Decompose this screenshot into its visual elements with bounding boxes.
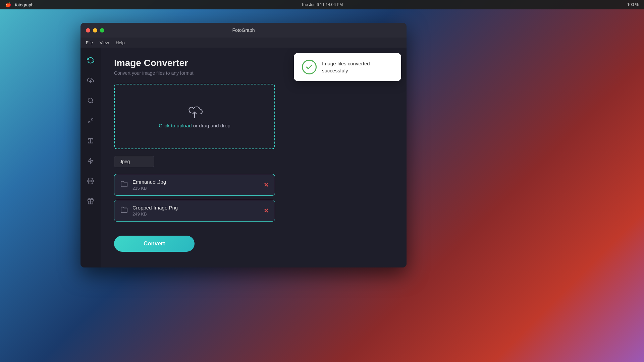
app-body: Image files converted successfuly Image …	[80, 48, 407, 267]
app-window: FotoGraph File View Help	[80, 23, 407, 267]
battery-status: 100 %	[627, 2, 639, 7]
sidebar-item-upload[interactable]	[85, 74, 97, 86]
apple-logo: 🍎	[5, 2, 11, 7]
sidebar-item-search[interactable]	[85, 95, 97, 107]
app-name-menu: fotograph	[15, 2, 34, 7]
file-name-1: Emmanuel.Jpg	[132, 179, 259, 185]
minimize-button[interactable]	[93, 28, 97, 33]
file-size-2: 249 KB	[132, 212, 259, 217]
format-selector: Jpeg PNG WebP GIF BMP TIFF	[114, 156, 393, 167]
svg-marker-6	[88, 158, 93, 164]
file-remove-2[interactable]: ✕	[264, 208, 269, 214]
format-select-input[interactable]: Jpeg PNG WebP GIF BMP TIFF	[114, 156, 154, 167]
file-info-1: Emmanuel.Jpg 215 KB	[132, 179, 259, 191]
sidebar-item-grid[interactable]	[85, 135, 97, 147]
menu-bar: File View Help	[80, 38, 407, 48]
sidebar	[80, 48, 101, 267]
sidebar-item-compress[interactable]	[85, 115, 97, 127]
datetime: Tue Jun 6 11:14:06 PM	[301, 2, 343, 7]
close-button[interactable]	[86, 28, 90, 33]
window-controls	[86, 28, 104, 33]
window-title: FotoGraph	[232, 27, 255, 33]
file-info-2: Cropped-Image.Png 249 KB	[132, 205, 259, 217]
upload-link[interactable]: Click to upload	[159, 123, 192, 128]
convert-button[interactable]: Convert	[114, 236, 195, 252]
title-bar: FotoGraph	[80, 23, 407, 38]
success-notification: Image files converted successfuly	[294, 53, 401, 81]
menu-file[interactable]: File	[86, 40, 93, 45]
file-size-1: 215 KB	[132, 186, 259, 191]
success-message: Image files converted successfuly	[322, 60, 393, 74]
file-remove-1[interactable]: ✕	[264, 182, 269, 188]
svg-point-7	[90, 180, 92, 182]
sidebar-item-gift[interactable]	[85, 195, 97, 207]
file-item-2: Cropped-Image.Png 249 KB ✕	[114, 200, 275, 222]
menu-view[interactable]: View	[100, 40, 109, 45]
file-item-1: Emmanuel.Jpg 215 KB ✕	[114, 174, 275, 196]
svg-line-3	[88, 121, 90, 123]
file-folder-icon-1	[120, 180, 128, 189]
sidebar-item-lightning[interactable]	[85, 155, 97, 167]
file-folder-icon-2	[120, 206, 128, 215]
sidebar-item-settings[interactable]	[85, 175, 97, 187]
svg-line-4	[91, 118, 93, 120]
svg-line-2	[92, 102, 93, 103]
menu-help[interactable]: Help	[116, 40, 125, 45]
maximize-button[interactable]	[100, 28, 104, 33]
upload-instruction: Click to upload or drag and drop	[159, 123, 230, 128]
sidebar-item-converter[interactable]	[85, 54, 97, 66]
upload-area[interactable]: Click to upload or drag and drop	[114, 84, 275, 149]
upload-text-suffix: or drag and drop	[193, 123, 230, 128]
file-name-2: Cropped-Image.Png	[132, 205, 259, 210]
main-content: Image files converted successfuly Image …	[101, 48, 407, 267]
macos-topbar: 🍎 fotograph Tue Jun 6 11:14:06 PM 100 %	[0, 0, 644, 9]
success-check-icon	[302, 60, 317, 74]
